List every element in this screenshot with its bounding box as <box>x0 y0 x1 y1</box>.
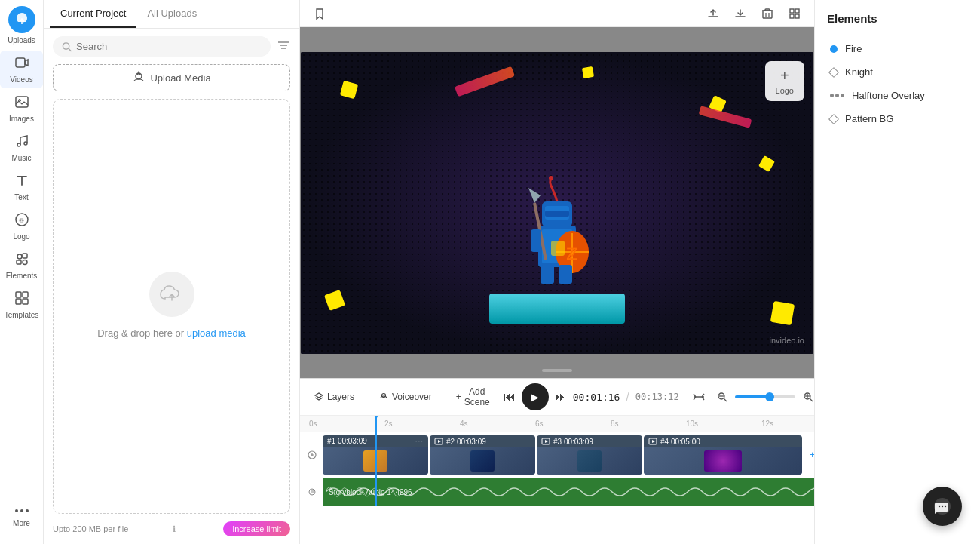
scene-clip-2[interactable]: #2 00:03:09 <box>430 435 535 475</box>
track-action-icon[interactable] <box>303 435 321 475</box>
audio-track[interactable]: Storyblock Audio 144296 <box>323 478 814 506</box>
ruler-mark-6s: 6s <box>535 420 611 428</box>
bookmark-icon-button[interactable] <box>309 3 330 24</box>
layers-icon <box>314 392 324 402</box>
upload-limit-row: Upto 200 MB per file ℹ Increase limit <box>44 514 299 544</box>
scene-clip-1[interactable]: #1 00:03:09 ··· <box>323 435 428 475</box>
zoom-out-button[interactable] <box>712 389 732 405</box>
skip-forward-button[interactable]: ⏭ <box>555 390 567 404</box>
sidebar-item-videos[interactable]: Videos <box>0 51 43 88</box>
chat-icon <box>933 496 952 516</box>
sidebar-item-label-text: Text <box>14 193 28 201</box>
ruler-mark-0s: 0s <box>309 420 384 428</box>
sidebar-item-text[interactable]: Text <box>0 168 43 206</box>
svg-rect-1 <box>16 58 25 67</box>
timeline-ruler: 0s 2s 4s 6s 8s 10s 12s <box>300 416 814 432</box>
sidebar-item-elements[interactable]: Elements <box>0 247 43 284</box>
scenes-track-row: #1 00:03:09 ··· <box>303 435 814 475</box>
add-scene-button[interactable]: + Add Scene <box>804 435 814 475</box>
zoom-in-icon <box>803 392 813 402</box>
download-toolbar-button[interactable] <box>730 3 751 24</box>
add-scene-top-button[interactable]: + Add Scene <box>452 383 495 410</box>
increase-limit-button[interactable]: Increase limit <box>223 521 290 536</box>
ruler-mark-2s: 2s <box>384 420 460 428</box>
chat-support-button[interactable] <box>923 487 962 526</box>
svg-text:ℤ: ℤ <box>566 246 577 263</box>
play-button[interactable]: ▶ <box>522 383 549 410</box>
sidebar-item-images[interactable]: Images <box>0 90 43 128</box>
svg-point-17 <box>20 509 23 512</box>
search-input[interactable] <box>76 41 262 52</box>
scene-clip-4[interactable]: #4 00:05:00 <box>644 435 802 475</box>
element-name-halftone: Halftone Overlay <box>852 90 925 101</box>
layers-button[interactable]: Layers <box>309 389 359 405</box>
fit-timeline-button[interactable] <box>688 389 709 404</box>
upload-drop-zone[interactable]: Drag & drop here or upload media <box>53 99 290 514</box>
delete-toolbar-button[interactable] <box>757 3 778 24</box>
app-logo[interactable] <box>8 6 35 33</box>
svg-point-65 <box>942 506 943 507</box>
search-bar[interactable] <box>53 36 271 57</box>
upload-media-link[interactable]: upload media <box>187 327 246 339</box>
audio-track-action[interactable] <box>303 478 321 506</box>
images-icon <box>14 94 29 113</box>
plus-icon: + <box>780 67 789 85</box>
sidebar-item-label-images: Images <box>9 115 34 123</box>
logo-overlay-label: Logo <box>776 86 794 95</box>
zoom-out-icon <box>717 392 727 402</box>
scene-clip-4-header: #4 00:05:00 <box>644 435 802 447</box>
svg-rect-14 <box>16 299 21 304</box>
skip-back-button[interactable]: ⏮ <box>504 390 516 404</box>
zoom-slider[interactable] <box>735 395 795 398</box>
ruler-mark-12s: 12s <box>761 420 814 428</box>
sidebar-item-logo[interactable]: ® Logo <box>0 207 43 245</box>
ruler-mark-4s: 4s <box>460 420 535 428</box>
svg-rect-9 <box>23 254 27 258</box>
sidebar-item-templates[interactable]: Templates <box>0 286 43 324</box>
svg-line-20 <box>69 48 71 51</box>
element-item-pattern-bg[interactable]: Pattern BG <box>827 107 968 131</box>
element-item-halftone[interactable]: Halftone Overlay <box>827 84 968 107</box>
scene-clip-1-thumb <box>323 447 428 475</box>
templates-icon <box>14 290 29 309</box>
timeline-tracks-container[interactable]: 0s 2s 4s 6s 8s 10s 12s <box>300 416 814 544</box>
scene-options-icon[interactable]: ··· <box>415 437 424 445</box>
upload-cloud-icon <box>149 272 194 317</box>
limit-text: Upto 200 MB per file <box>53 524 128 533</box>
sidebar-item-label-music: Music <box>11 154 31 162</box>
pattern-bg-diamond-icon <box>828 113 839 124</box>
svg-rect-30 <box>795 9 799 13</box>
filter-icon[interactable] <box>277 38 290 55</box>
scene-clip-4-thumb <box>644 447 802 475</box>
tab-all-uploads[interactable]: All Uploads <box>136 0 207 28</box>
element-item-knight[interactable]: Knight <box>827 60 968 84</box>
svg-point-11 <box>23 260 27 265</box>
scene-clip-3[interactable]: #3 00:03:09 <box>537 435 642 475</box>
grid-toolbar-button[interactable] <box>784 3 805 24</box>
svg-rect-15 <box>23 299 28 304</box>
scene3-icon <box>541 437 550 446</box>
media-panel-tabs: Current Project All Uploads <box>44 0 299 29</box>
svg-rect-46 <box>551 241 565 256</box>
logo-overlay-button[interactable]: + Logo <box>765 61 804 101</box>
tab-current-project[interactable]: Current Project <box>50 0 136 28</box>
sidebar-item-label-elements: Elements <box>6 272 38 280</box>
more-icon <box>14 502 29 518</box>
element-item-fire[interactable]: Fire <box>827 37 968 60</box>
scene-clip-2-thumb <box>430 447 535 475</box>
sidebar-item-more[interactable]: More <box>0 497 43 532</box>
audio-track-label: Storyblock Audio 144296 <box>329 488 412 496</box>
text-icon <box>14 173 29 192</box>
svg-point-8 <box>17 254 22 259</box>
sidebar-item-music[interactable]: Music <box>0 129 43 167</box>
fire-dot-icon <box>830 45 838 53</box>
knight-platform <box>489 294 625 324</box>
canvas-toolbar <box>300 0 814 27</box>
total-time: 00:13:12 <box>635 392 679 402</box>
upload-media-button[interactable]: Upload Media <box>53 64 290 91</box>
upload-toolbar-button[interactable] <box>703 3 724 24</box>
voiceover-button[interactable]: Voiceover <box>374 389 436 405</box>
ruler-marks: 0s 2s 4s 6s 8s 10s 12s <box>303 420 814 428</box>
logo-icon: ® <box>14 212 29 231</box>
media-panel: Current Project All Uploads Upload Media <box>44 0 300 544</box>
